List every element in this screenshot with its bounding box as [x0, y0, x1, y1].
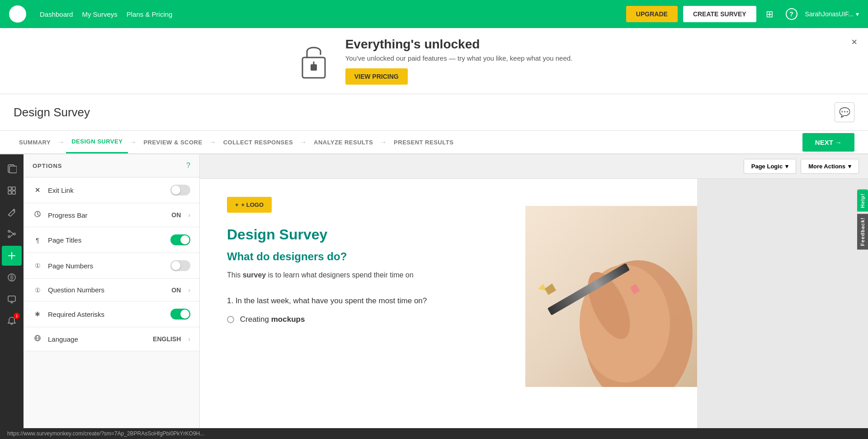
logo-button[interactable]: + + LOGO — [227, 197, 272, 213]
options-header: OPTIONS ? — [24, 154, 199, 177]
question-numbers-value: ON — [171, 286, 181, 294]
step-present-results-label: PRESENT RESULTS — [394, 139, 453, 146]
svg-line-14 — [10, 234, 14, 237]
logo-button-label: + LOGO — [241, 201, 264, 208]
banner-close-button[interactable]: × — [851, 36, 857, 48]
nav-links: Dashboard My Surveys Plans & Pricing — [40, 10, 172, 18]
sidebar-logic-icon[interactable] — [2, 224, 22, 244]
next-button[interactable]: NEXT → — [802, 133, 854, 152]
banner-subtitle: You've unlocked our paid features — try … — [345, 54, 573, 62]
nav-plans-pricing[interactable]: Plans & Pricing — [127, 10, 173, 18]
grid-icon: ⊞ — [766, 9, 774, 19]
unlock-icon — [296, 43, 332, 79]
page-title: Design Survey — [14, 105, 90, 119]
step-collect-responses-label: COLLECT RESPONSES — [223, 139, 293, 146]
page-titles-label: Page Titles — [48, 236, 165, 244]
help-panel-button[interactable]: Help! — [857, 190, 868, 212]
user-menu[interactable]: SarahJonasUIF... ▾ — [805, 10, 859, 18]
view-pricing-button[interactable]: VIEW PRICING — [345, 68, 408, 85]
exit-link-toggle[interactable] — [170, 185, 190, 196]
feedback-panel-button[interactable]: Feedback! — [857, 214, 868, 249]
step-arrow-4: → — [300, 138, 307, 146]
sidebar-edit-icon[interactable] — [2, 202, 22, 222]
more-actions-label: More Actions — [808, 163, 845, 170]
sidebar-notify-icon[interactable]: 1 — [2, 311, 22, 331]
question-numbers-label: Question Numbers — [48, 286, 166, 294]
exit-link-label: Exit Link — [48, 186, 165, 194]
step-collect-responses[interactable]: COLLECT RESPONSES — [218, 132, 298, 153]
banner-title: Everything's unlocked — [345, 37, 573, 52]
right-panel: Help! Feedback! — [857, 190, 868, 249]
more-actions-button[interactable]: More Actions ▾ — [801, 159, 859, 174]
options-help-icon[interactable]: ? — [186, 162, 190, 170]
step-preview-score[interactable]: PREVIEW & SCORE — [138, 132, 208, 153]
option-page-titles: ¶ Page Titles — [24, 227, 199, 253]
svg-rect-7 — [12, 187, 15, 190]
step-preview-score-label: PREVIEW & SCORE — [143, 139, 202, 146]
option-language[interactable]: Language ENGLISH › — [24, 327, 199, 351]
status-bar: https://www.surveymonkey.com/create/?sm=… — [0, 428, 868, 439]
pencil-illustration — [525, 206, 697, 387]
step-arrow-3: → — [210, 138, 216, 146]
step-summary[interactable]: SUMMARY — [14, 132, 56, 153]
step-arrow-2: → — [130, 138, 136, 146]
svg-point-12 — [8, 236, 10, 238]
progress-bar-arrow-icon: › — [188, 211, 190, 219]
options-title: OPTIONS — [33, 162, 62, 169]
step-arrow-1: → — [58, 138, 64, 146]
svg-rect-2 — [311, 64, 317, 71]
page-logic-chevron-icon: ▾ — [785, 163, 788, 170]
sidebar-design-icon[interactable] — [2, 181, 22, 200]
language-value: ENGLISH — [153, 335, 181, 343]
step-arrow-5: → — [380, 138, 387, 146]
sidebar-preview-icon[interactable] — [2, 289, 22, 309]
sidebar-add-icon[interactable] — [2, 246, 22, 266]
sidebar-pages-icon[interactable] — [2, 159, 22, 179]
step-summary-label: SUMMARY — [19, 139, 51, 146]
sidebar-theme-icon[interactable] — [2, 267, 22, 287]
survey-content: + + LOGO Design Survey What do designers… — [200, 179, 697, 439]
page-titles-icon: ¶ — [33, 236, 42, 244]
page-logic-button[interactable]: Page Logic ▾ — [744, 159, 796, 174]
option-text: Creating mockups — [240, 315, 305, 324]
step-analyze-results[interactable]: ANALYZE RESULTS — [308, 132, 378, 153]
step-navigation: SUMMARY → DESIGN SURVEY → PREVIEW & SCOR… — [0, 131, 868, 154]
sidebar-icons: 1 — [0, 154, 24, 439]
feedback-panel-label: Feedback! — [860, 217, 865, 246]
pencil-background — [525, 206, 697, 387]
svg-rect-6 — [8, 187, 11, 190]
logo[interactable] — [9, 5, 26, 23]
step-design-survey[interactable]: DESIGN SURVEY — [66, 131, 128, 153]
step-present-results[interactable]: PRESENT RESULTS — [388, 132, 459, 153]
option-question-numbers[interactable]: ① Question Numbers ON › — [24, 279, 199, 301]
svg-line-13 — [10, 231, 14, 234]
page-numbers-toggle[interactable] — [170, 260, 190, 271]
option-page-numbers: ① Page Numbers — [24, 253, 199, 279]
question-numbers-arrow-icon: › — [188, 286, 190, 294]
question-numbers-icon: ① — [33, 286, 42, 294]
step-design-survey-label: DESIGN SURVEY — [71, 138, 123, 145]
preview-toolbar: Page Logic ▾ More Actions ▾ — [200, 154, 868, 179]
upgrade-button[interactable]: UPGRADE — [626, 6, 678, 22]
nav-my-surveys[interactable]: My Surveys — [82, 10, 117, 18]
preview-area: Page Logic ▾ More Actions ▾ + + LOGO Des… — [200, 154, 868, 439]
option-progress-bar[interactable]: Progress Bar ON › — [24, 203, 199, 227]
help-icon-button[interactable]: ? — [783, 6, 800, 22]
chat-icon-button[interactable]: 💬 — [835, 102, 854, 122]
svg-rect-9 — [12, 191, 15, 194]
svg-marker-31 — [544, 283, 556, 295]
create-survey-button[interactable]: CREATE SURVEY — [683, 6, 756, 22]
exit-link-icon: ✕ — [33, 186, 42, 194]
grid-icon-button[interactable]: ⊞ — [762, 6, 778, 22]
nav-dashboard[interactable]: Dashboard — [40, 10, 73, 18]
promo-banner: Everything's unlocked You've unlocked ou… — [0, 28, 868, 94]
user-name: SarahJonasUIF... — [805, 10, 854, 18]
page-titles-toggle[interactable] — [170, 234, 190, 245]
page-logic-label: Page Logic — [751, 163, 783, 170]
plus-icon: + — [235, 201, 239, 208]
option-required-asterisks: ✱ Required Asterisks — [24, 301, 199, 327]
next-button-label: NEXT → — [815, 138, 842, 146]
svg-rect-18 — [8, 296, 15, 301]
step-analyze-results-label: ANALYZE RESULTS — [314, 139, 373, 146]
required-asterisks-toggle[interactable] — [170, 309, 190, 320]
